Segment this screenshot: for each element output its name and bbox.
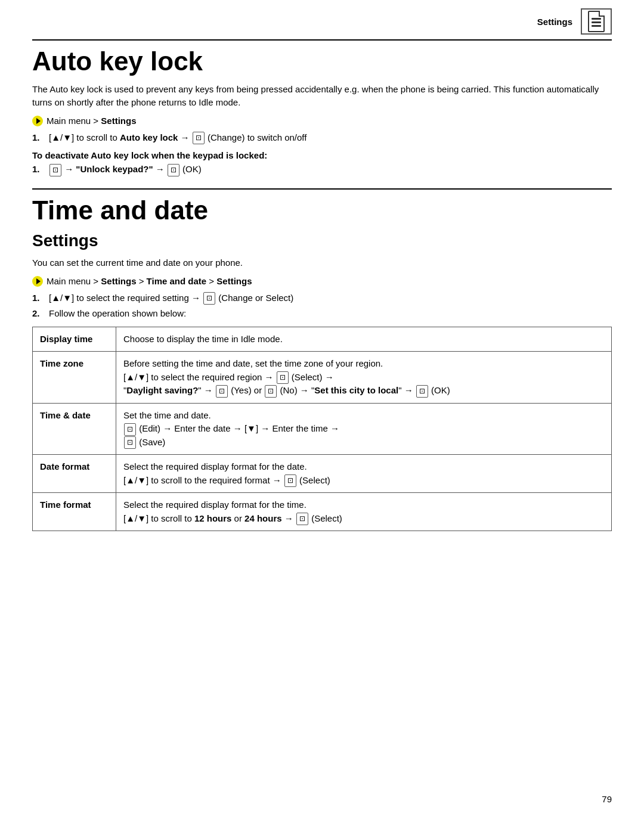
settings-table: Display time Choose to display the time … [32,327,612,532]
sim-card-icon [588,11,605,32]
auto-key-lock-description: The Auto key lock is used to prevent any… [32,83,612,110]
step-content: [▲/▼] to select the required setting → ⊡… [49,291,612,305]
nav-arrow-icon [32,116,43,126]
step-item: 2. Follow the operation shown below: [32,307,612,321]
section-divider [32,188,612,190]
key-icon: ⊡ [203,292,215,305]
key-icon: ⊡ [124,423,136,436]
header-icon-box [581,8,612,35]
table-row: Date format Select the required display … [33,455,612,493]
step-content: Follow the operation shown below: [49,307,612,321]
page-number: 79 [602,794,612,804]
key-icon: ⊡ [124,436,136,449]
table-cell-label: Time & date [33,403,116,455]
key-icon: ⊡ [296,513,308,525]
table-cell-description: Select the required display format for t… [116,455,612,493]
time-and-date-subtitle: Settings [32,231,612,250]
page-footer: 79 [602,794,612,804]
table-cell-label: Time zone [33,352,116,404]
step-item: 1. ⊡ → "Unlock keypad?" → ⊡ (OK) [32,163,612,176]
time-and-date-title: Time and date [32,196,612,226]
time-and-date-nav-label: Main menu > Settings > Time and date > S… [47,276,252,286]
table-row: Time zone Before setting the time and da… [33,352,612,404]
key-icon: ⊡ [49,164,61,176]
key-icon: ⊡ [416,385,428,398]
step-number: 1. [32,163,49,176]
key-icon: ⊡ [216,385,228,398]
table-cell-label: Date format [33,455,116,493]
nav-arrow-icon-2 [32,276,43,287]
auto-key-lock-nav: Main menu > Settings [32,116,612,126]
key-icon: ⊡ [168,164,179,176]
key-icon: ⊡ [265,385,277,398]
deactivate-heading: To deactivate Auto key lock when the key… [32,150,612,160]
step-number: 2. [32,307,49,321]
table-cell-description: Choose to display the time in Idle mode. [116,327,612,352]
key-icon: ⊡ [193,132,205,144]
table-cell-description: Set the time and date. ⊡ (Edit) → Enter … [116,403,612,455]
time-and-date-nav: Main menu > Settings > Time and date > S… [32,276,612,287]
table-cell-label: Time format [33,493,116,531]
table-cell-description: Before setting the time and date, set th… [116,352,612,404]
auto-key-lock-steps: 1. [▲/▼] to scroll to Auto key lock → ⊡ … [32,131,612,145]
step-number: 1. [32,291,49,305]
auto-key-lock-nav-label: Main menu > Settings [47,116,136,126]
header-title: Settings [537,17,572,27]
key-icon: ⊡ [284,474,296,487]
page-header: Settings [32,0,612,41]
table-row: Time format Select the required display … [33,493,612,531]
deactivate-steps: 1. ⊡ → "Unlock keypad?" → ⊡ (OK) [32,163,612,176]
step-number: 1. [32,131,49,145]
auto-key-lock-title: Auto key lock [32,46,612,77]
table-cell-label: Display time [33,327,116,352]
table-row: Time & date Set the time and date. ⊡ (Ed… [33,403,612,455]
step-content: ⊡ → "Unlock keypad?" → ⊡ (OK) [49,163,612,176]
time-and-date-description: You can set the current time and date on… [32,256,612,270]
table-row: Display time Choose to display the time … [33,327,612,352]
time-and-date-steps: 1. [▲/▼] to select the required setting … [32,291,612,321]
step-content: [▲/▼] to scroll to Auto key lock → ⊡ (Ch… [49,131,612,145]
step-item: 1. [▲/▼] to select the required setting … [32,291,612,305]
key-icon: ⊡ [277,371,289,384]
page: Settings Auto key lock The Auto key lock… [0,0,644,567]
step-item: 1. [▲/▼] to scroll to Auto key lock → ⊡ … [32,131,612,145]
table-cell-description: Select the required display format for t… [116,493,612,531]
